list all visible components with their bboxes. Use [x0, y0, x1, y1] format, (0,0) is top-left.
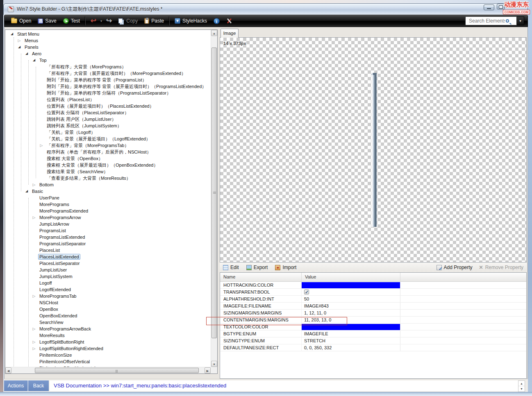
property-row[interactable]: TRANSPARENT:BOOL	[220, 289, 526, 296]
edit-button[interactable]: Edit	[223, 265, 239, 270]
property-row[interactable]: DEFAULTPANESIZE:RECT0, 0, 350, 332	[220, 344, 526, 351]
tree-item[interactable]: 「关机」背景（展开最近项目）（LogoffExtended）	[5, 136, 211, 142]
tree-item[interactable]: 位置列表（PlacesList）	[5, 96, 211, 103]
tree-item[interactable]: NSCHost	[5, 299, 211, 306]
add-property-button[interactable]: Add Property	[437, 265, 473, 270]
collapsed-arrow-icon[interactable]: ▷	[32, 181, 36, 188]
test-button[interactable]: Test	[60, 17, 83, 25]
tree-item[interactable]: UserPane	[5, 195, 211, 201]
tree-item[interactable]: ▷MoreProgramsArrowBack	[5, 326, 211, 332]
undo-button[interactable]: ↩	[87, 17, 100, 25]
scroll-down-icon[interactable]: ▼	[211, 361, 217, 367]
info-button[interactable]: i	[210, 17, 223, 25]
column-header-value[interactable]: Value	[302, 273, 400, 281]
property-value[interactable]: 1, 12, 11, 0	[302, 310, 400, 316]
import-button[interactable]: Import	[275, 265, 296, 270]
collapsed-arrow-icon[interactable]: ▷	[39, 142, 44, 149]
tree-hscroll-thumb[interactable]	[35, 368, 199, 373]
undo-dropdown-icon[interactable]: ▾	[100, 19, 102, 23]
doc-scroll-up-icon[interactable]: ▲	[518, 381, 525, 386]
tree-item[interactable]: 附到「开始」菜单的程序等 分隔符（ProgramsListSeparator）	[5, 90, 211, 96]
expanded-arrow-icon[interactable]: ◢	[32, 57, 36, 63]
tree-item[interactable]: PlacesListExtended	[5, 253, 211, 260]
expanded-arrow-icon[interactable]: ◢	[24, 50, 29, 57]
search-input[interactable]	[466, 18, 505, 24]
property-row[interactable]: BGTYPE:ENUMIMAGEFILE	[220, 330, 526, 337]
tree-item[interactable]: 程序列表（单击「所有程序」后展开的，NSCHost）	[5, 149, 211, 155]
tree-item[interactable]: PlacesListSeparator	[5, 260, 211, 267]
doc-scrollbar[interactable]: ▲ ▼	[518, 380, 525, 392]
tree-item[interactable]: ▷LogoffSplitButtonRight	[5, 339, 211, 345]
color-swatch[interactable]	[302, 282, 400, 288]
tree-item[interactable]: ◢Basic	[5, 188, 211, 195]
tree-item[interactable]: OpenBoxExtended	[5, 312, 211, 319]
property-value[interactable]: IMAGE#843	[302, 303, 400, 309]
property-value[interactable]: 50	[302, 296, 400, 302]
stylehacks-button[interactable]: ▼ StyleHacks	[171, 17, 210, 25]
paste-button[interactable]: Paste	[141, 17, 167, 25]
search-dropdown-button[interactable]: ▼	[517, 16, 524, 25]
collapsed-arrow-icon[interactable]: ▷	[32, 214, 36, 221]
property-value[interactable]: STRETCH	[302, 337, 400, 344]
scroll-up-icon[interactable]: ▲	[211, 30, 217, 36]
tree-item[interactable]: 「所有程序」大背景（MorePrograms）	[5, 63, 211, 70]
tree-item[interactable]: 搜索框 大背景（展开最近项目）（OpenBoxExtended）	[5, 162, 211, 168]
tree-item[interactable]: MorePrograms	[5, 201, 211, 208]
save-button[interactable]: Save	[34, 17, 59, 25]
tree-item[interactable]: 「关机」背景（Logoff）	[5, 129, 211, 136]
collapsed-arrow-icon[interactable]: ▷	[32, 345, 36, 352]
remove-property-button[interactable]: ✕ Remove Property	[479, 265, 523, 270]
tree-vertical-scrollbar[interactable]: ▲ ▼	[211, 30, 217, 367]
expanded-arrow-icon[interactable]: ◢	[9, 31, 14, 37]
property-value[interactable]	[302, 289, 400, 295]
column-header-name[interactable]: Name	[220, 273, 302, 281]
tree-item[interactable]: 跳转列表 系统区（JumpListSystem）	[5, 122, 211, 129]
tree-item[interactable]: 跳转列表 用户区（JumpListUser）	[5, 116, 211, 122]
tree-item[interactable]: 「查看更多结果」大背景（MoreResults）	[5, 175, 211, 181]
property-row[interactable]: HOTTRACKING:COLOR	[220, 282, 526, 289]
tree-item[interactable]: JumpListSystem	[5, 273, 211, 280]
expanded-arrow-icon[interactable]: ◢	[17, 44, 22, 50]
checkbox[interactable]	[304, 290, 309, 294]
open-button[interactable]: Open	[8, 17, 34, 25]
tree-item[interactable]: ▷Bottom	[5, 181, 211, 188]
export-button[interactable]: Export	[246, 265, 268, 270]
tree-item[interactable]: ◢Top	[5, 57, 211, 63]
tree-item[interactable]: JumpListUser	[5, 267, 211, 273]
tree-item[interactable]: ▷LogoffSplitButtonRightExtended	[5, 345, 211, 352]
tree-item[interactable]: ProgramsListSeparator	[5, 240, 211, 247]
tree-vscroll-thumb[interactable]	[211, 48, 217, 338]
tree-item[interactable]: MoreProgramsExtended	[5, 208, 211, 214]
doc-scroll-down-icon[interactable]: ▼	[518, 386, 525, 391]
tree-item[interactable]: LogoffExtended	[5, 286, 211, 293]
tree-item[interactable]: 「所有程序」大背景（展开最近项目时）（MoreProgramsExtended）	[5, 70, 211, 77]
tree-item[interactable]: ▷MoreProgramsTab	[5, 293, 211, 299]
property-value[interactable]	[302, 282, 400, 288]
titlebar[interactable]: Win7 Style Builder - G:\主題制作\主題\FATE\FAT…	[3, 3, 528, 15]
tree-item[interactable]: MoreResults	[5, 332, 211, 339]
tree-item[interactable]: ◢Panels	[5, 44, 211, 50]
tree-item[interactable]: 位置列表 分隔符（PlacesListSeparator）	[5, 109, 211, 116]
tree-item[interactable]: 位置列表（展开最近项目时）（PlacesListExtended）	[5, 103, 211, 109]
property-row[interactable]: SIZINGTYPE:ENUMSTRETCH	[220, 337, 526, 344]
tree-item[interactable]: PlacesList	[5, 247, 211, 253]
search-box[interactable]	[465, 16, 517, 25]
tree-item[interactable]: PinItemIconSize	[5, 352, 211, 358]
collapsed-arrow-icon[interactable]: ▷	[32, 339, 36, 345]
copy-button[interactable]: Copy	[115, 17, 141, 25]
expanded-arrow-icon[interactable]: ◢	[24, 188, 29, 195]
tree-horizontal-scrollbar[interactable]: ◀ ▶	[5, 367, 211, 373]
property-value[interactable]: 0, 0, 350, 332	[302, 344, 400, 351]
minimize-button[interactable]	[484, 5, 494, 10]
collapsed-arrow-icon[interactable]: ▷	[17, 37, 22, 44]
scroll-right-icon[interactable]: ▶	[205, 367, 211, 373]
actions-button[interactable]: Actions	[4, 380, 28, 391]
tree-item[interactable]: ProgramsListExtended	[5, 234, 211, 240]
tree-item[interactable]: ◢Aero	[5, 50, 211, 57]
tab-image[interactable]: Image	[221, 29, 239, 38]
tree-item[interactable]: ▷「所有程序」背景（MoreProgramsTab）	[5, 142, 211, 149]
property-row[interactable]: SIZINGMARGINS:MARGINS1, 12, 11, 0	[220, 310, 526, 317]
property-row[interactable]: ALPHATHRESHOLD:INT50	[220, 296, 526, 303]
tree-item[interactable]: ▷MoreProgramsArrow	[5, 214, 211, 221]
tree-item[interactable]: 附到「开始」菜单的程序等 背景（展开最近项目时）（ProgramsListExt…	[5, 83, 211, 90]
